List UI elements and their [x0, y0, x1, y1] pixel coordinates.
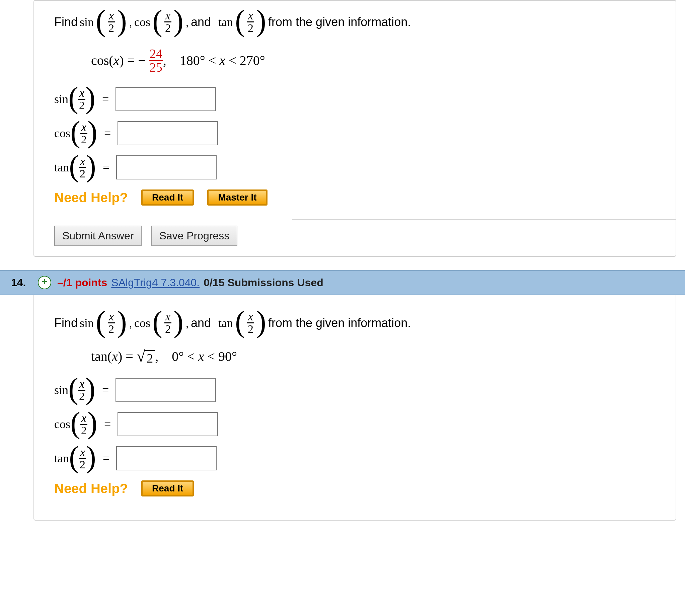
tan-label: tan: [218, 316, 233, 330]
q2-cos-row: cos ( x2 ) =: [54, 412, 656, 436]
question-2-box: Find sin ( x2 ) , cos ( x2 ) , and tan (…: [34, 295, 676, 521]
half-arg: x2: [164, 10, 171, 34]
q1-help-row: Need Help? Read It Master It: [54, 190, 656, 205]
sqrt-icon: √2: [137, 348, 155, 365]
equals: =: [104, 417, 111, 431]
half-arg: x2: [108, 10, 115, 34]
half-arg: x2: [78, 378, 85, 402]
comma: ,: [185, 15, 189, 29]
comma: ,: [155, 349, 158, 364]
question-14-header: 14. + –/1 points SAlgTrig4 7.3.040. 0/15…: [0, 270, 685, 295]
half-arg: x2: [164, 311, 171, 335]
tan-answer-input[interactable]: [116, 446, 217, 470]
q2-given: tan(x) = √2 , 0° < x < 90°: [91, 348, 656, 365]
cos-label: cos: [54, 126, 70, 140]
half-arg: x2: [247, 10, 254, 34]
question-1-box: Find sin ( x2 ) , cos ( x2 ) , and tan (…: [34, 0, 676, 257]
cos-answer-input[interactable]: [117, 121, 218, 145]
read-it-button[interactable]: Read It: [141, 480, 194, 497]
equals: =: [102, 383, 109, 397]
half-arg: x2: [80, 413, 87, 436]
equals: =: [102, 92, 109, 106]
half-arg: x2: [78, 87, 85, 111]
q1-cos-row: cos ( x2 ) =: [54, 121, 656, 145]
q2-sin-row: sin ( x2 ) =: [54, 378, 656, 402]
book-link[interactable]: SAlgTrig4 7.3.040.: [111, 277, 200, 289]
tan-label: tan: [218, 15, 233, 29]
comma: ,: [129, 316, 132, 330]
half-arg: x2: [80, 122, 87, 145]
equals: =: [103, 160, 109, 174]
half-arg: x2: [79, 447, 86, 470]
q1-given: cos(x) = − 2425 , 180° < x < 270°: [91, 47, 656, 74]
q2-prompt: Find sin ( x2 ) , cos ( x2 ) , and tan (…: [54, 311, 656, 335]
expand-icon[interactable]: +: [38, 276, 51, 289]
action-bar: Submit Answer Save Progress: [34, 219, 676, 256]
cos-answer-input[interactable]: [117, 412, 218, 436]
question-number: 14.: [7, 277, 38, 289]
sin-answer-input[interactable]: [115, 87, 216, 111]
comma: ,: [185, 316, 189, 330]
range-text: 0° < x < 90°: [172, 349, 237, 364]
q1-prompt: Find sin ( x2 ) , cos ( x2 ) , and tan (…: [54, 10, 656, 34]
tan-label: tan: [54, 451, 69, 465]
save-progress-button[interactable]: Save Progress: [151, 226, 237, 246]
half-arg: x2: [108, 311, 115, 335]
equals: =: [103, 451, 109, 465]
points-label: –/1 points: [57, 277, 107, 289]
master-it-button[interactable]: Master It: [207, 190, 267, 205]
q2-tan-row: tan ( x2 ) =: [54, 446, 656, 470]
sin-label: sin: [80, 15, 94, 29]
range-text: 180° < x < 270°: [180, 52, 265, 68]
prompt-suffix: from the given information.: [268, 316, 411, 330]
cos-label: cos: [134, 15, 150, 29]
cos-label: cos: [134, 316, 150, 330]
q1-sin-row: sin ( x2 ) =: [54, 87, 656, 111]
tan-label: tan: [54, 160, 69, 174]
q2-help-row: Need Help? Read It: [54, 480, 656, 497]
cosx-eq: cos(x) = −: [91, 52, 149, 68]
sin-label: sin: [80, 316, 94, 330]
prompt-suffix: from the given information.: [268, 15, 411, 29]
equals: =: [104, 126, 111, 140]
cos-label: cos: [54, 417, 70, 431]
q1-tan-row: tan ( x2 ) =: [54, 155, 656, 179]
sin-answer-input[interactable]: [115, 378, 216, 402]
find-label: Find: [54, 15, 78, 29]
comma: ,: [129, 15, 132, 29]
read-it-button[interactable]: Read It: [141, 190, 194, 205]
tan-answer-input[interactable]: [116, 155, 217, 179]
need-help-label: Need Help?: [54, 190, 128, 205]
tanx-eq: tan(x) =: [91, 349, 137, 364]
half-arg: x2: [79, 156, 86, 179]
and-label: and: [191, 15, 211, 29]
sin-label: sin: [54, 383, 68, 397]
and-label: and: [191, 316, 211, 330]
half-arg: x2: [247, 311, 254, 335]
comma: ,: [163, 52, 167, 68]
submit-answer-button[interactable]: Submit Answer: [54, 226, 141, 246]
submissions-label: 0/15 Submissions Used: [203, 277, 323, 289]
find-label: Find: [54, 316, 78, 330]
sin-label: sin: [54, 92, 68, 106]
need-help-label: Need Help?: [54, 481, 128, 496]
given-fraction: 2425: [149, 47, 163, 74]
